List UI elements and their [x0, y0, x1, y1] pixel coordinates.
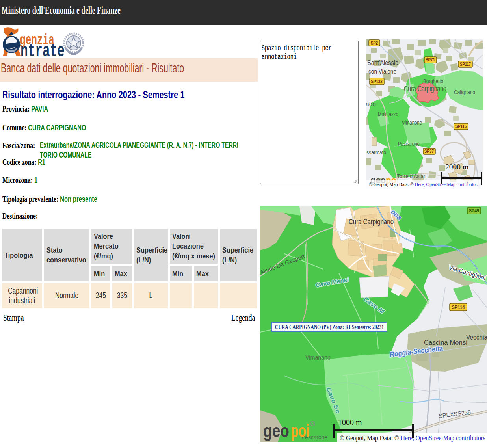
svg-text:Vimanone: Vimanone — [305, 354, 331, 361]
svg-text:con Vialone: con Vialone — [368, 68, 396, 75]
svg-text:SP2: SP2 — [371, 40, 378, 46]
svg-text:2000 m: 2000 m — [445, 163, 468, 171]
svg-text:Cura Carpignano: Cura Carpignano — [404, 84, 446, 93]
svg-text:SP115: SP115 — [455, 124, 467, 129]
svg-text:poi: poi — [291, 420, 310, 441]
svg-text:Calignano: Calignano — [454, 89, 475, 95]
svg-text:© Geopoi, Map Data: © Here, Op: © Geopoi, Map Data: © Here, OpenStreetMa… — [369, 181, 478, 187]
svg-text:Torre d'Astari: Torre d'Astari — [397, 173, 426, 179]
svg-text:1000 m: 1000 m — [338, 418, 362, 427]
svg-text:CURA CARPIGNANO (PV) Zona: R1: CURA CARPIGNANO (PV) Zona: R1 Semestre: … — [275, 323, 384, 331]
svg-text:Vecchia: Vecchia — [466, 334, 487, 341]
svg-text:ssarmato: ssarmato — [366, 149, 386, 156]
svg-text:Pescarone: Pescarone — [398, 140, 420, 147]
svg-text:Mulinazzo: Mulinazzo — [378, 111, 398, 117]
svg-text:ado: ado — [366, 100, 376, 107]
svg-text:SP114: SP114 — [452, 304, 465, 310]
svg-text:SP132: SP132 — [371, 79, 383, 84]
svg-text:Borghetto: Borghetto — [423, 78, 443, 84]
svg-text:SP49: SP49 — [469, 208, 479, 214]
svg-text:© Geopoi, Map Data: © Here, Op: © Geopoi, Map Data: © Here, OpenStreetMa… — [340, 435, 485, 442]
svg-text:Cascina Mensi: Cascina Mensi — [424, 339, 467, 346]
svg-text:Vimanone: Vimanone — [402, 119, 422, 126]
svg-text:SP117: SP117 — [460, 61, 471, 67]
svg-text:R: R — [312, 422, 314, 426]
svg-text:Cura Carpignano: Cura Carpignano — [349, 218, 394, 226]
svg-text:SP37: SP37 — [424, 149, 434, 154]
svg-text:ntrate: ntrate — [20, 41, 65, 58]
svg-text:geo: geo — [263, 420, 289, 441]
svg-text:SP71: SP71 — [426, 57, 435, 63]
svg-text:Sant'Alessio: Sant'Alessio — [367, 59, 398, 66]
